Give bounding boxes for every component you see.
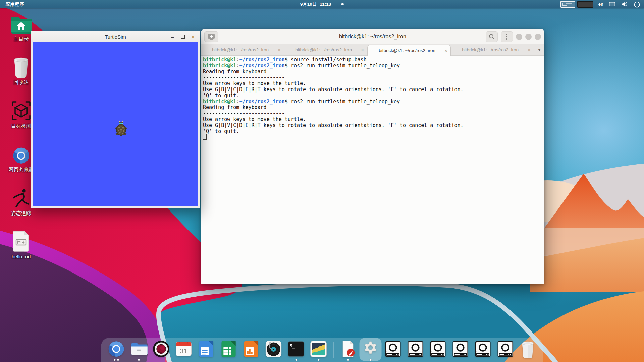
- system-indicators: en: [560, 1, 644, 8]
- terminal-text-segment: Use arrow keys to move the turtle.: [203, 116, 306, 122]
- terminal-line: bitbrick@k1:~/ros/ros2_iron$ ros2 run tu…: [203, 99, 542, 105]
- hello-md-icon: [12, 230, 31, 252]
- terminal-text-segment: Reading from keyboard: [203, 104, 267, 110]
- dock-item-drive-3[interactable]: [429, 339, 447, 361]
- dock-item-recorder[interactable]: [152, 339, 170, 361]
- date-label: 9月10日: [300, 1, 317, 7]
- dock-item-chromium[interactable]: [107, 339, 125, 361]
- time-label: 11:13: [320, 2, 331, 7]
- turtlesim-window: TurtleSim – ×: [31, 31, 200, 208]
- dock-item-drive-6[interactable]: [496, 339, 515, 361]
- terminal-line: Use arrow keys to move the turtle.: [203, 81, 542, 87]
- terminal-line: [203, 134, 542, 140]
- recycle-bin-icon: [11, 56, 31, 78]
- dock-item-system-monitor[interactable]: [310, 339, 328, 361]
- turtlesim-window-title: TurtleSim: [105, 34, 126, 40]
- dock-item-drive-2[interactable]: [407, 339, 425, 361]
- terminal-line: Use G|B|V|C|D|E|R|T keys to rotate to ab…: [203, 123, 542, 129]
- files-icon: [130, 340, 148, 358]
- terminal-text-segment: ~/ros/ros2_iron: [239, 57, 284, 63]
- desktop-icon-hello-md[interactable]: hello.md: [5, 230, 38, 259]
- tab-close-icon[interactable]: ×: [361, 47, 364, 53]
- settings-icon: [362, 340, 380, 358]
- running-indicator: [138, 359, 140, 361]
- dock-item-files[interactable]: [130, 339, 148, 361]
- clock-widget[interactable]: 9月10日 11:13: [300, 1, 344, 7]
- dock-item-drive-5[interactable]: [474, 339, 492, 361]
- dock-item-impress[interactable]: [242, 339, 260, 361]
- terminal-tab-bar: bitbrick@k1: ~/ros/ros2_iron×bitbrick@k1…: [201, 44, 544, 56]
- home-folder-icon: [10, 12, 32, 34]
- close-button[interactable]: ×: [191, 34, 196, 39]
- applications-menu[interactable]: 应用程序: [0, 1, 30, 7]
- running-indicator: [295, 359, 297, 361]
- workspace-2[interactable]: [577, 1, 593, 8]
- window-maximize-button[interactable]: [525, 34, 532, 40]
- dock-item-calc[interactable]: [220, 339, 238, 361]
- workspace-1-active[interactable]: [560, 1, 575, 8]
- terminal-icon: $_: [287, 340, 305, 358]
- kebab-menu-icon: [506, 34, 507, 40]
- desktop-icon-label: 姿态追踪: [11, 210, 31, 217]
- window-minimize-button[interactable]: [516, 34, 522, 40]
- terminal-tab-3-active[interactable]: bitbrick@k1: ~/ros/ros2_iron×: [367, 45, 451, 56]
- dock-item-terminal[interactable]: $_: [287, 339, 305, 361]
- calendar-day: 31: [180, 347, 187, 355]
- running-indicator: [114, 359, 119, 361]
- dock-item-writer[interactable]: [197, 339, 215, 361]
- recorder-icon: [152, 340, 170, 358]
- tab-close-icon[interactable]: ×: [278, 47, 281, 53]
- chromium-icon: [107, 340, 125, 358]
- dock-item-text-editor[interactable]: [339, 339, 357, 361]
- terminal-text-segment: bitbrick@k1: [203, 99, 236, 105]
- dock-item-drive-1[interactable]: [384, 339, 402, 361]
- display-icon[interactable]: [608, 1, 616, 8]
- terminal-line: 'Q' to quit.: [203, 93, 542, 99]
- workspace-switcher[interactable]: [560, 1, 593, 8]
- dock-item-dock-trash[interactable]: [519, 339, 537, 361]
- terminal-line: Reading from keyboard: [203, 105, 542, 111]
- tab-label: bitbrick@k1: ~/ros/ros2_iron: [372, 48, 442, 53]
- pose-tracking-icon: [11, 186, 32, 208]
- terminal-window-title: bitbrick@k1: ~/ros/ros2_iron: [339, 34, 406, 40]
- terminal-tab-2[interactable]: bitbrick@k1: ~/ros/ros2_iron×: [284, 44, 367, 55]
- minimize-button[interactable]: –: [170, 34, 175, 39]
- terminal-line: Use G|B|V|C|D|E|R|T keys to rotate to ab…: [203, 87, 542, 93]
- search-button[interactable]: [486, 31, 498, 42]
- search-icon: [488, 33, 495, 40]
- notification-indicator-dot: [341, 3, 344, 5]
- drive-2-icon: [407, 340, 425, 358]
- dock-item-drive-4[interactable]: [451, 339, 470, 361]
- calendar-icon: 31: [175, 340, 193, 358]
- dock-item-settings[interactable]: [362, 339, 380, 361]
- terminal-output[interactable]: bitbrick@k1:~/ros/ros2_iron$ source inst…: [201, 56, 544, 284]
- terminal-text-segment: 'Q' to quit.: [203, 128, 239, 134]
- tab-close-icon[interactable]: ×: [528, 47, 531, 53]
- object-detection-icon: [10, 99, 32, 121]
- maximize-icon: [181, 35, 185, 39]
- text-editor-icon: [339, 340, 357, 358]
- dock-item-music-player[interactable]: [265, 339, 283, 361]
- terminal-text-segment: ---------------------------: [203, 110, 285, 116]
- dock-item-calendar[interactable]: 31: [175, 339, 193, 361]
- terminal-text-segment: bitbrick@k1: [203, 63, 236, 69]
- drive-3-icon: [429, 340, 447, 358]
- keyboard-layout-indicator[interactable]: en: [598, 2, 603, 7]
- tab-close-icon[interactable]: ×: [444, 48, 447, 53]
- terminal-text-segment: Use G|B|V|C|D|E|R|T keys to rotate to ab…: [203, 122, 464, 128]
- window-close-button[interactable]: [535, 34, 541, 40]
- turtlesim-title-bar[interactable]: TurtleSim – ×: [31, 31, 200, 42]
- terminal-tab-1[interactable]: bitbrick@k1: ~/ros/ros2_iron×: [201, 44, 284, 55]
- web-browser-icon: [12, 143, 31, 165]
- power-icon[interactable]: [633, 1, 641, 8]
- terminal-header-bar[interactable]: bitbrick@k1: ~/ros/ros2_iron: [201, 29, 544, 44]
- maximize-button[interactable]: [180, 34, 185, 39]
- tab-list-dropdown-button[interactable]: ▾: [534, 44, 544, 55]
- tab-label: bitbrick@k1: ~/ros/ros2_iron: [205, 47, 275, 52]
- turtlesim-canvas[interactable]: [33, 42, 198, 206]
- terminal-tab-4[interactable]: bitbrick@k1: ~/ros/ros2_iron×: [451, 44, 534, 55]
- menu-button[interactable]: [501, 31, 513, 42]
- terminal-text-segment: Use arrow keys to move the turtle.: [203, 80, 306, 86]
- new-tab-button[interactable]: [204, 31, 218, 42]
- volume-icon[interactable]: [621, 1, 628, 8]
